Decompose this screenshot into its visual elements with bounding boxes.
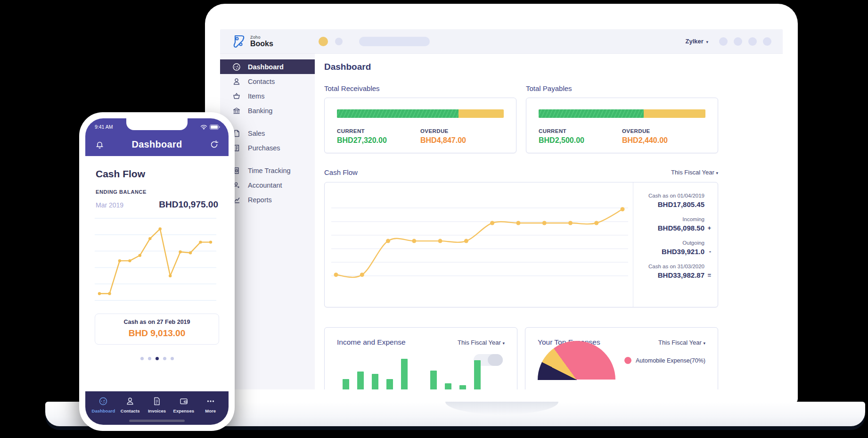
cashflow-summary-panel: Cash as on 01/04/2019 BHD17,805.45 Incom… bbox=[633, 182, 718, 307]
overdue-label: OVERDUE bbox=[420, 128, 504, 134]
summary-row: Outgoing BHD39,921.0- bbox=[637, 240, 711, 256]
income-expense-card: Income and Expense This Fiscal Year ▾ bbox=[324, 327, 517, 389]
income-bar bbox=[343, 379, 349, 389]
chevron-down-icon: ▾ bbox=[502, 341, 505, 346]
overdue-label: OVERDUE bbox=[622, 128, 705, 134]
chevron-down-icon: ▾ bbox=[706, 40, 708, 44]
payables-title: Total Payables bbox=[526, 84, 718, 92]
phone-body: Cash Flow ENDING BALANCE Mar 2019 BHD10,… bbox=[85, 156, 229, 391]
carousel-dot[interactable] bbox=[163, 357, 166, 360]
laptop-mockup: Zoho Books Zylker ▾ Dashboard bbox=[205, 4, 798, 404]
home-indicator-area bbox=[85, 416, 229, 425]
income-expense-title: Income and Expense bbox=[337, 338, 406, 347]
topbar-yellow-dot[interactable] bbox=[319, 37, 328, 46]
sidebar-item-items[interactable]: Items bbox=[220, 89, 315, 103]
status-time: 9:41 AM bbox=[95, 124, 113, 130]
sidebar-item-label: Purchases bbox=[248, 144, 280, 152]
cashflow-chart bbox=[325, 182, 633, 307]
topbar: Zoho Books Zylker ▾ bbox=[220, 29, 783, 54]
topbar-icon-placeholder-4[interactable] bbox=[763, 37, 771, 46]
zoho-books-logo-icon bbox=[231, 34, 246, 49]
nav-item-contacts[interactable]: Contacts bbox=[117, 397, 143, 413]
income-bar bbox=[474, 360, 481, 390]
cashflow-card: Cash as on 01/04/2019 BHD17,805.45 Incom… bbox=[324, 182, 718, 307]
top-expenses-legend: Automobile Expense(70%) bbox=[624, 357, 705, 364]
laptop-trackpad-notch bbox=[445, 402, 558, 414]
sidebar-item-label: Time Tracking bbox=[248, 167, 291, 174]
sidebar-item-contacts[interactable]: Contacts bbox=[220, 74, 315, 89]
chevron-down-icon: ▾ bbox=[716, 171, 718, 175]
sidebar-item-label: Accountant bbox=[248, 182, 282, 189]
carousel-dot[interactable] bbox=[140, 357, 144, 360]
payables-overdue-value: BHD2,440.00 bbox=[622, 136, 705, 145]
payables-card: CURRENT BHD2,500.00 OVERDUE BHD2,440.00 bbox=[526, 98, 718, 153]
nav-item-expenses[interactable]: Expenses bbox=[171, 397, 197, 413]
topbar-gray-dot[interactable] bbox=[335, 38, 343, 45]
contacts-person-icon bbox=[125, 397, 135, 406]
nav-item-dashboard[interactable]: Dashboard bbox=[90, 397, 116, 413]
phone-bottom-nav: Dashboard Contacts Invoices Expenses Mor… bbox=[85, 391, 229, 416]
chevron-down-icon: ▾ bbox=[703, 341, 705, 346]
wifi-icon bbox=[200, 124, 207, 130]
income-bar bbox=[357, 372, 364, 389]
receivables-progress bbox=[337, 109, 504, 118]
phone-cash-card: Cash as on 27 Feb 2019 BHD 9,013.00 bbox=[95, 314, 219, 345]
ending-balance-label: ENDING BALANCE bbox=[96, 189, 219, 195]
main-content: Dashboard Total Receivables CURRENT bbox=[315, 54, 783, 389]
sidebar-item-label: Dashboard bbox=[248, 63, 284, 71]
summary-row: Cash as on 31/03/2020 BHD33,982.87= bbox=[637, 264, 711, 279]
sidebar-item-banking[interactable]: Banking bbox=[220, 103, 315, 118]
current-label: CURRENT bbox=[337, 128, 420, 134]
more-dots-icon bbox=[206, 397, 215, 406]
home-indicator[interactable] bbox=[129, 420, 185, 422]
page-title: Dashboard bbox=[324, 62, 718, 72]
top-expenses-pie bbox=[538, 341, 615, 389]
contacts-person-icon bbox=[232, 77, 241, 86]
sidebar-item-label: Reports bbox=[248, 196, 272, 204]
phone-page-title: Dashboard bbox=[131, 139, 182, 150]
income-bar bbox=[459, 385, 466, 389]
topbar-icon-placeholder-2[interactable] bbox=[734, 37, 742, 46]
phone-cashflow-title: Cash Flow bbox=[96, 168, 219, 180]
legend-label: Automobile Expense(70%) bbox=[636, 357, 705, 364]
refresh-icon[interactable] bbox=[209, 140, 219, 149]
ending-balance-value: BHD10,975.00 bbox=[159, 199, 218, 210]
sidebar-item-label: Banking bbox=[248, 107, 272, 115]
laptop-screen: Zoho Books Zylker ▾ Dashboard bbox=[220, 29, 783, 389]
topbar-icon-placeholder-1[interactable] bbox=[719, 37, 728, 46]
carousel-dot-active[interactable] bbox=[156, 357, 159, 360]
phone-notch bbox=[126, 118, 188, 130]
cashflow-period-filter[interactable]: This Fiscal Year ▾ bbox=[671, 169, 718, 176]
income-bar bbox=[372, 374, 378, 389]
cash-as-on-value: BHD 9,013.00 bbox=[98, 328, 216, 339]
sidebar-item-dashboard[interactable]: Dashboard bbox=[220, 59, 315, 74]
logo-books-text: Books bbox=[250, 40, 273, 48]
org-switcher[interactable]: Zylker ▾ bbox=[686, 38, 708, 45]
nav-item-more[interactable]: More bbox=[197, 397, 224, 413]
carousel-dot[interactable] bbox=[148, 357, 151, 360]
bell-icon[interactable] bbox=[95, 140, 105, 149]
phone-screen: 9:41 AM Dashboard Cash Flow ENDING BALAN… bbox=[85, 118, 229, 425]
sidebar-item-label: Sales bbox=[248, 130, 265, 137]
search-bar[interactable] bbox=[359, 37, 430, 46]
summary-row: Cash as on 01/04/2019 BHD17,805.45 bbox=[637, 193, 711, 208]
top-expenses-period-filter[interactable]: This Fiscal Year ▾ bbox=[658, 339, 705, 346]
legend-dot bbox=[624, 357, 631, 364]
summary-row: Incoming BHD56,098.50+ bbox=[637, 216, 711, 232]
period-label: Mar 2019 bbox=[96, 201, 123, 209]
nav-item-invoices[interactable]: Invoices bbox=[144, 397, 170, 413]
income-bar bbox=[401, 359, 408, 389]
battery-icon bbox=[210, 124, 220, 130]
income-expense-bars bbox=[343, 349, 493, 389]
income-bar bbox=[386, 379, 393, 389]
banking-bank-icon bbox=[232, 107, 241, 115]
carousel-dot[interactable] bbox=[171, 357, 174, 360]
phone-cashflow-line-chart bbox=[95, 215, 216, 309]
income-expense-period-filter[interactable]: This Fiscal Year ▾ bbox=[458, 339, 505, 346]
topbar-icon-placeholder-3[interactable] bbox=[748, 37, 757, 46]
current-label: CURRENT bbox=[539, 128, 622, 134]
zoho-books-logo: Zoho Books bbox=[231, 34, 273, 49]
top-expenses-card: Your Top Expenses This Fiscal Year ▾ Aut… bbox=[525, 327, 718, 389]
cashflow-line-chart bbox=[331, 189, 628, 300]
items-basket-icon bbox=[232, 92, 241, 100]
